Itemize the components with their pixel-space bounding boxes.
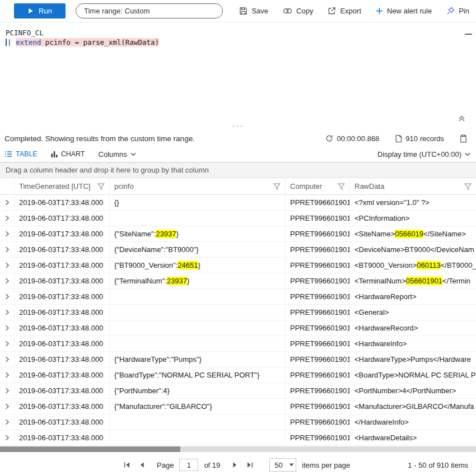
stopwatch-icon	[325, 134, 333, 142]
table-row[interactable]: 2019-06-03T17:33:48.000 {"TerminalNum":2…	[0, 273, 476, 289]
time-range-picker[interactable]: Time range: Custom	[76, 3, 223, 18]
row-expand-button[interactable]	[0, 273, 15, 288]
group-by-hint: Drag a column header and drop it here to…	[6, 166, 209, 174]
group-by-drop-zone[interactable]: Drag a column header and drop it here to…	[0, 162, 476, 178]
row-expand-button[interactable]	[0, 211, 15, 226]
row-expand-button[interactable]	[0, 336, 15, 351]
chart-icon	[51, 151, 58, 157]
table-row[interactable]: 2019-06-03T17:33:48.000 {"BT9000_Version…	[0, 258, 476, 273]
cell-computer: PPRET996601901	[286, 383, 350, 398]
row-expand-button[interactable]	[0, 305, 15, 320]
table-row[interactable]: 2019-06-03T17:33:48.000 {"HardwareType":…	[0, 352, 476, 367]
query-line-1[interactable]: PCINFO_CL	[0, 28, 476, 38]
row-expand-button[interactable]	[0, 258, 15, 273]
filter-icon[interactable]	[464, 183, 472, 190]
filter-icon[interactable]	[97, 183, 105, 190]
row-expand-button[interactable]	[0, 195, 15, 210]
page-number-input[interactable]	[179, 459, 198, 471]
cell-computer: PPRET996601901	[286, 242, 350, 257]
header-time-generated[interactable]: TimeGenerated [UTC]	[15, 178, 110, 194]
table-body: 2019-06-03T17:33:48.000 {} PPRET99660190…	[0, 195, 476, 446]
prev-page-button[interactable]	[137, 460, 147, 469]
table-row[interactable]: 2019-06-03T17:33:48.000 PPRET996601901 <…	[0, 430, 476, 446]
new-alert-rule-label: New alert rule	[387, 7, 432, 15]
tab-chart[interactable]: CHART	[51, 150, 85, 158]
last-page-button[interactable]	[245, 460, 255, 469]
table-row[interactable]: 2019-06-03T17:33:48.000 PPRET996601901 <…	[0, 305, 476, 320]
row-expand-button[interactable]	[0, 226, 15, 241]
table-row[interactable]: 2019-06-03T17:33:48.000 {"PortNumber":4}…	[0, 383, 476, 399]
horizontal-scrollbar-thumb[interactable]	[0, 446, 180, 452]
query-editor[interactable]: PCINFO_CL | extend pcinfo = parse_xml(Ra…	[0, 23, 476, 123]
cell-computer: PPRET996601901	[286, 273, 350, 288]
display-time-label: Display time (UTC+00:00)	[377, 150, 461, 159]
table-icon	[4, 151, 12, 157]
row-expand-button[interactable]	[0, 289, 15, 304]
pin-button[interactable]: Pin	[446, 7, 469, 15]
cell-pcinfo: {"BT9000_Version":24651}	[110, 258, 286, 273]
run-button[interactable]: Run	[14, 3, 66, 18]
row-expand-button[interactable]	[0, 242, 15, 257]
table-row[interactable]: 2019-06-03T17:33:48.000 {} PPRET99660190…	[0, 195, 476, 211]
plus-icon	[376, 7, 383, 15]
table-row[interactable]: 2019-06-03T17:33:48.000 {"SiteName":2393…	[0, 226, 476, 242]
export-icon	[328, 7, 336, 15]
table-row[interactable]: 2019-06-03T17:33:48.000 {"Manufacturer":…	[0, 399, 476, 415]
collapse-editor-button[interactable]	[457, 114, 466, 123]
header-computer[interactable]: Computer	[286, 178, 350, 194]
query-line-2[interactable]: | extend pcinfo = parse_xml(RawData)	[0, 38, 476, 47]
copy-button[interactable]: Copy	[283, 7, 313, 15]
text-cursor	[6, 39, 7, 46]
table-row[interactable]: 2019-06-03T17:33:48.000 PPRET996601901 <…	[0, 289, 476, 305]
splitter-handle[interactable]: ···	[232, 120, 244, 130]
minimize-icon[interactable]	[465, 34, 472, 35]
row-expand-button[interactable]	[0, 383, 15, 398]
table-row[interactable]: 2019-06-03T17:33:48.000 PPRET996601901 <…	[0, 211, 476, 226]
cell-rawdata: <PortNumber>4</PortNumber>	[350, 383, 476, 398]
save-label: Save	[251, 7, 268, 15]
editor-results-splitter[interactable]: ···	[0, 123, 476, 131]
row-expand-button[interactable]	[0, 352, 15, 367]
row-expand-button[interactable]	[0, 415, 15, 430]
row-expand-button[interactable]	[0, 430, 15, 445]
chevron-right-icon	[5, 435, 10, 441]
cell-pcinfo: {"HardwareType":"Pumps"}	[110, 352, 286, 367]
header-rawdata[interactable]: RawData	[350, 178, 476, 194]
table-row[interactable]: 2019-06-03T17:33:48.000 {"BoardType":"NO…	[0, 367, 476, 383]
cell-rawdata: <PCInformation>	[350, 211, 476, 226]
table-row[interactable]: 2019-06-03T17:33:48.000 {"DeviceName":"B…	[0, 242, 476, 258]
cell-rawdata: <HardwareRecord>	[350, 320, 476, 336]
next-page-button[interactable]	[230, 460, 240, 469]
row-expand-button[interactable]	[0, 399, 15, 414]
copy-icon	[283, 7, 292, 15]
collapse-up-icon	[458, 115, 465, 122]
horizontal-scrollbar[interactable]	[0, 446, 476, 452]
table-row[interactable]: 2019-06-03T17:33:48.000 PPRET996601901 <…	[0, 336, 476, 352]
filter-icon[interactable]	[273, 183, 281, 190]
row-expand-button[interactable]	[0, 320, 15, 336]
filter-icon[interactable]	[338, 183, 345, 190]
cell-time-generated: 2019-06-03T17:33:48.000	[15, 305, 110, 320]
columns-dropdown[interactable]: Columns	[99, 150, 136, 159]
copy-results-button[interactable]	[460, 134, 467, 143]
display-time-dropdown[interactable]: Display time (UTC+00:00)	[377, 150, 470, 159]
cell-computer: PPRET996601901	[286, 430, 350, 445]
chevron-right-icon	[5, 388, 10, 394]
cell-pcinfo	[110, 415, 286, 430]
cell-rawdata: <HardwareType>Pumps</Hardware	[350, 352, 476, 367]
chevron-right-icon	[5, 215, 10, 221]
row-expand-button[interactable]	[0, 367, 15, 383]
tab-table[interactable]: TABLE	[4, 150, 38, 158]
cell-time-generated: 2019-06-03T17:33:48.000	[15, 320, 110, 336]
new-alert-rule-button[interactable]: New alert rule	[376, 7, 432, 15]
cell-pcinfo	[110, 336, 286, 351]
time-range-label: Time range: Custom	[84, 7, 150, 15]
table-row[interactable]: 2019-06-03T17:33:48.000 PPRET996601901 <…	[0, 415, 476, 430]
header-pcinfo[interactable]: pcinfo	[110, 178, 286, 194]
table-row[interactable]: 2019-06-03T17:33:48.000 PPRET996601901 <…	[0, 320, 476, 336]
first-page-button[interactable]	[122, 460, 132, 469]
page-size-select[interactable]: 50	[269, 458, 296, 472]
page-label: Page	[157, 461, 174, 469]
export-button[interactable]: Export	[328, 7, 361, 15]
save-button[interactable]: Save	[239, 7, 268, 15]
